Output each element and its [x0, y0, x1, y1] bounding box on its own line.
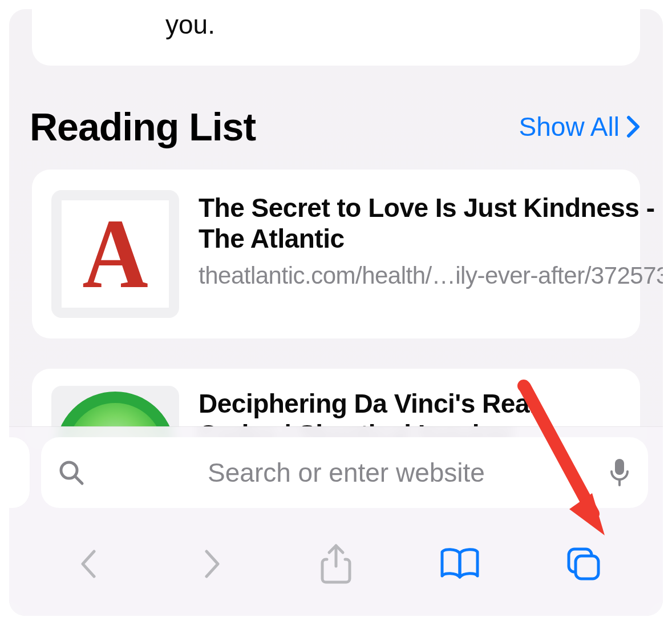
svg-rect-2	[615, 459, 624, 475]
microphone-icon[interactable]	[608, 458, 631, 487]
share-icon	[320, 543, 352, 584]
svg-line-1	[75, 477, 82, 483]
show-all-button[interactable]: Show All	[519, 111, 640, 142]
tabs-button[interactable]	[558, 538, 609, 590]
address-bar[interactable]: Search or enter website	[41, 437, 648, 508]
forward-button[interactable]	[187, 538, 238, 590]
bottom-toolbar	[9, 518, 663, 610]
reading-list-title: Reading List	[30, 104, 256, 149]
reading-list-header: Reading List Show All	[30, 104, 640, 149]
adjacent-tab-peek[interactable]	[9, 437, 30, 508]
show-all-label: Show All	[519, 111, 620, 142]
book-icon	[439, 547, 481, 580]
reading-list-item[interactable]: A The Secret to Love Is Just Kindness - …	[32, 170, 640, 338]
share-button[interactable]	[310, 538, 362, 590]
address-placeholder: Search or enter website	[208, 458, 485, 487]
back-button[interactable]	[63, 538, 114, 590]
chevron-left-icon	[77, 547, 100, 581]
bookmarks-button[interactable]	[434, 538, 485, 590]
svg-rect-6	[576, 556, 598, 579]
item-thumbnail: A	[51, 190, 179, 318]
tabs-icon	[565, 546, 602, 582]
item-url: theatlantic.com/health/…ily-ever-after/3…	[199, 261, 663, 290]
suggestion-card-partial[interactable]: you.	[32, 9, 640, 66]
suggestion-card-text: you.	[165, 9, 615, 41]
chevron-right-icon	[626, 115, 640, 138]
item-title: The Secret to Love Is Just Kindness - Th…	[199, 192, 663, 255]
chevron-right-icon	[201, 547, 224, 581]
atlantic-a-icon: A	[82, 205, 148, 304]
search-icon	[58, 459, 84, 486]
browser-chrome: Search or enter website	[9, 426, 663, 616]
safari-start-page: you. Reading List Show All A The Secret …	[9, 9, 663, 616]
